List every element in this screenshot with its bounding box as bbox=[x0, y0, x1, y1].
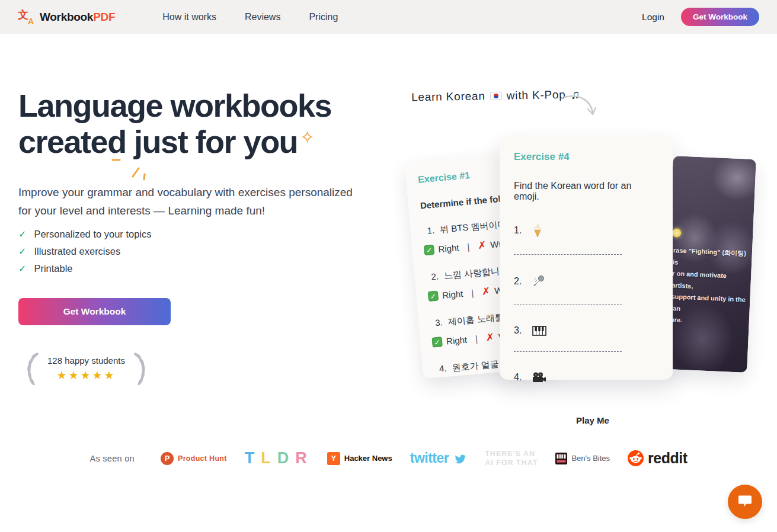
check-icon: ✓ bbox=[18, 229, 26, 240]
as-seen-on-caption: As seen on bbox=[89, 454, 135, 463]
exercise-4-card: Exercise #4 Find the Korean word for an … bbox=[500, 136, 673, 380]
brand-name: WorkbookPDF bbox=[40, 11, 115, 24]
reddit-logo[interactable]: reddit bbox=[628, 450, 687, 467]
product-hunt-logo[interactable]: P Product Hunt bbox=[161, 452, 227, 465]
lightbulb-icon bbox=[672, 228, 682, 238]
piano-keyboard-icon bbox=[532, 326, 546, 336]
exercise-4-title: Exercise #4 bbox=[514, 151, 658, 163]
exercise-4-item: 1. bbox=[514, 223, 658, 238]
check-icon: ✓ bbox=[18, 263, 26, 274]
landing-page: 文 A WorkbookPDF How it works Reviews Pri… bbox=[0, 0, 777, 532]
twitter-logo[interactable]: twitter bbox=[410, 450, 468, 466]
get-workbook-nav-button[interactable]: Get Workbook bbox=[681, 8, 759, 26]
translate-icon-latin: A bbox=[28, 17, 34, 26]
movie-camera-icon bbox=[532, 372, 546, 383]
as-seen-on-strip: As seen on P Product Hunt TLDR Y Hacker … bbox=[0, 449, 777, 467]
social-proof-badge: 128 happy students ★★★★★ bbox=[20, 350, 152, 387]
cross-icon: ✗ bbox=[485, 331, 495, 344]
top-navigation-bar: 文 A WorkbookPDF How it works Reviews Pri… bbox=[0, 0, 777, 34]
checklist-item-printable: ✓ Printable bbox=[18, 263, 152, 274]
hacker-news-logo[interactable]: Y Hacker News bbox=[327, 452, 392, 465]
annotation-prefix: Learn Korean bbox=[411, 89, 485, 104]
exercise-4-item: 2. bbox=[514, 275, 658, 288]
checklist-item-personalized: ✓ Personalized to your topics bbox=[18, 229, 152, 240]
curved-arrow-icon bbox=[562, 92, 599, 118]
brand-prefix: Workbook bbox=[40, 11, 93, 23]
happy-students-count: 128 happy students bbox=[47, 355, 125, 366]
laurel-right-icon bbox=[131, 350, 152, 387]
checklist-label: Personalized to your topics bbox=[34, 229, 151, 240]
hacker-news-icon: Y bbox=[327, 452, 340, 465]
nav-reviews[interactable]: Reviews bbox=[245, 12, 280, 23]
reddit-snoo-icon bbox=[628, 450, 644, 466]
page-title: Language workbooks created just for you✧ bbox=[18, 88, 398, 160]
checklist-label: Printable bbox=[34, 263, 72, 274]
korea-flag-icon bbox=[490, 92, 502, 100]
translate-icon: 文 A bbox=[18, 9, 34, 25]
login-link[interactable]: Login bbox=[642, 12, 664, 23]
product-hunt-icon: P bbox=[161, 452, 174, 465]
hero-description: Improve your grammar and vocabulary with… bbox=[18, 184, 365, 220]
handwritten-annotation: Learn Korean with K-Pop ♫ bbox=[411, 88, 581, 105]
star-rating: ★★★★★ bbox=[47, 368, 125, 382]
nav-pricing[interactable]: Pricing bbox=[309, 12, 338, 23]
twitter-bird-icon bbox=[453, 453, 467, 464]
page-title-line1: Language workbooks bbox=[18, 88, 398, 124]
chat-widget-button[interactable] bbox=[728, 485, 762, 519]
tldr-logo[interactable]: TLDR bbox=[245, 449, 309, 467]
play-me-label[interactable]: Play Me bbox=[563, 415, 622, 425]
answer-blank-line bbox=[514, 254, 622, 255]
chat-bubble-icon bbox=[737, 494, 753, 509]
bens-bites-icon bbox=[555, 453, 567, 464]
nav-how-it-works[interactable]: How it works bbox=[162, 12, 216, 23]
laurel-left-icon bbox=[20, 350, 41, 387]
kpop-photo-card: rase "Fighting" (화이팅) is r on and motiva… bbox=[664, 156, 756, 373]
exercise-4-item: 3. bbox=[514, 325, 658, 336]
check-icon: ✓ bbox=[18, 246, 26, 257]
annotation-suffix: with K-Pop bbox=[507, 88, 566, 102]
answer-blank-line bbox=[514, 351, 622, 352]
page-title-line2: created just for you✧ bbox=[18, 124, 398, 160]
answer-blank-line bbox=[514, 305, 622, 305]
bens-bites-logo[interactable]: Ben's Bites bbox=[555, 453, 610, 464]
theres-an-ai-for-that-logo[interactable]: THERE'S AN AI FOR THAT bbox=[485, 450, 538, 467]
brand-logo[interactable]: 文 A WorkbookPDF bbox=[18, 9, 115, 25]
checklist-label: Illustrated exercises bbox=[34, 246, 120, 257]
microphone-icon bbox=[532, 275, 545, 288]
photo-card-caption: rase "Fighting" (화이팅) is r on and motiva… bbox=[670, 245, 750, 329]
accent-dashes-icon bbox=[108, 155, 155, 182]
cross-icon: ✗ bbox=[477, 239, 487, 252]
feature-checklist: ✓ Personalized to your topics ✓ Illustra… bbox=[18, 229, 152, 280]
ice-cream-icon bbox=[532, 223, 543, 238]
sparkle-icon: ✧ bbox=[300, 127, 315, 147]
cross-icon: ✗ bbox=[481, 285, 491, 298]
check-box-icon: ✓ bbox=[428, 291, 439, 302]
check-box-icon: ✓ bbox=[424, 245, 434, 255]
check-box-icon: ✓ bbox=[431, 336, 442, 347]
translate-icon-cjk: 文 bbox=[18, 8, 28, 22]
brand-suffix: PDF bbox=[93, 11, 115, 23]
checklist-item-illustrated: ✓ Illustrated exercises bbox=[18, 246, 152, 257]
main-nav: How it works Reviews Pricing bbox=[162, 12, 338, 23]
exercise-4-item: 4. bbox=[514, 372, 658, 383]
get-workbook-hero-button[interactable]: Get Workbook bbox=[18, 298, 171, 325]
exercise-4-instruction: Find the Korean word for an emoji. bbox=[514, 181, 658, 202]
